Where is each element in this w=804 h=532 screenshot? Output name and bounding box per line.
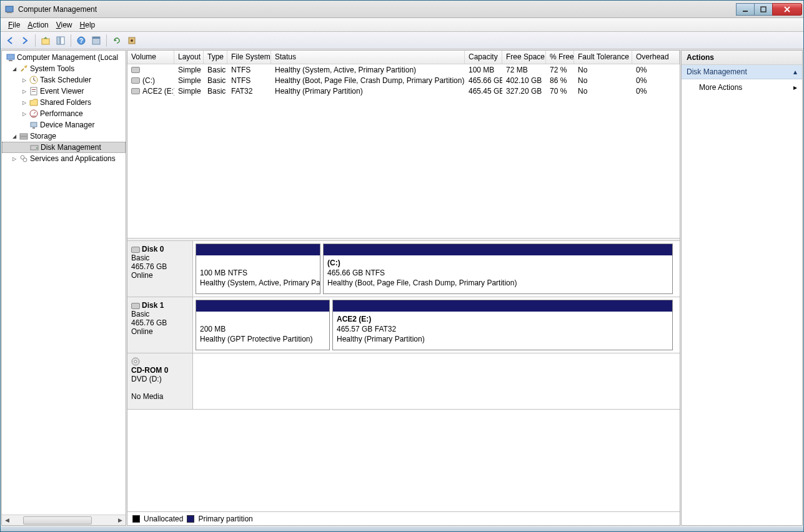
volume-list-header[interactable]: Volume Layout Type File System Status Ca… [127, 51, 680, 64]
disk-partitions: 200 MBHealthy (GPT Protective Partition)… [193, 297, 680, 353]
tree-storage[interactable]: ◢ Storage [2, 131, 126, 142]
titlebar[interactable]: Computer Management [1, 1, 803, 18]
svg-rect-13 [7, 54, 14, 59]
expand-icon[interactable]: ▷ [21, 88, 27, 95]
svg-point-12 [131, 39, 133, 42]
svg-rect-10 [92, 37, 100, 39]
expand-icon[interactable]: ▷ [21, 77, 27, 84]
maximize-button[interactable] [754, 3, 773, 16]
col-overhead[interactable]: Overhead [632, 51, 680, 64]
computer-icon [6, 52, 16, 62]
forward-button[interactable] [18, 34, 32, 47]
volume-row[interactable]: SimpleBasicNTFSHealthy (System, Active, … [127, 64, 680, 75]
disk-row[interactable]: Disk 1Basic465.76 GBOnline 200 MBHealthy… [127, 297, 680, 353]
scroll-right-icon[interactable]: ▶ [115, 516, 126, 525]
minimize-button[interactable] [736, 3, 755, 16]
menu-view[interactable]: View [52, 19, 76, 31]
disk-info: Disk 0Basic465.76 GBOnline [127, 241, 193, 297]
settings-button[interactable] [125, 34, 139, 47]
svg-rect-18 [32, 89, 36, 90]
disk-row[interactable]: CD-ROM 0DVD (D:)No Media [127, 353, 680, 410]
tree-root-label: Computer Management (Local [17, 53, 118, 62]
up-button[interactable] [39, 34, 52, 47]
col-status[interactable]: Status [271, 51, 465, 64]
app-icon [4, 4, 14, 14]
col-capacity[interactable]: Capacity [465, 51, 502, 64]
col-type[interactable]: Type [204, 51, 227, 64]
svg-point-15 [24, 66, 27, 68]
col-volume[interactable]: Volume [127, 51, 174, 64]
drive-icon [131, 77, 140, 84]
volume-list[interactable]: Volume Layout Type File System Status Ca… [127, 51, 680, 238]
tree-label: Performance [40, 109, 83, 118]
menu-help[interactable]: Help [76, 19, 99, 31]
frame-bottom [1, 526, 803, 531]
close-button[interactable] [772, 3, 802, 16]
refresh-button[interactable] [110, 34, 124, 47]
partition-bar [333, 300, 672, 312]
svg-rect-2 [743, 11, 748, 12]
tree-system-tools[interactable]: ◢ System Tools [2, 63, 126, 74]
tree-performance[interactable]: ▷ Performance [2, 108, 126, 119]
disk-map[interactable]: Disk 0Basic465.76 GBOnline 100 MB NTFSHe… [127, 241, 680, 511]
drive-icon [131, 67, 140, 73]
back-button[interactable] [3, 34, 17, 47]
col-layout[interactable]: Layout [174, 51, 204, 64]
show-hide-button[interactable] [54, 34, 67, 47]
svg-rect-14 [9, 60, 12, 61]
partition[interactable]: (C:)465.66 GB NTFSHealthy (Boot, Page Fi… [323, 244, 673, 294]
scroll-thumb[interactable] [23, 516, 92, 525]
tree-pane[interactable]: Computer Management (Local ◢ System Tool… [1, 50, 126, 526]
svg-rect-22 [32, 127, 35, 129]
col-pctfree[interactable]: % Free [546, 51, 574, 64]
tree-device-manager[interactable]: Device Manager [2, 119, 126, 131]
svg-point-30 [134, 360, 137, 363]
tree-task-scheduler[interactable]: ▷ Task Scheduler [2, 74, 126, 86]
help-button[interactable]: ? [74, 34, 88, 47]
svg-rect-0 [6, 6, 13, 12]
volume-row[interactable]: ACE2 (E:)SimpleBasicFAT32Healthy (Primar… [127, 86, 680, 96]
tree-label: System Tools [30, 64, 74, 73]
expand-icon[interactable]: ▷ [11, 155, 17, 162]
scroll-left-icon[interactable]: ◀ [2, 516, 12, 525]
svg-rect-5 [57, 37, 60, 44]
col-filesystem[interactable]: File System [227, 51, 271, 64]
partition[interactable]: 100 MB NTFSHealthy (System, Active, Prim… [196, 244, 320, 294]
device-icon [29, 120, 39, 130]
tree-label: Device Manager [40, 121, 94, 129]
volume-row[interactable]: (C:)SimpleBasicNTFSHealthy (Boot, Page F… [127, 75, 680, 86]
tree-disk-management[interactable]: Disk Management [2, 142, 126, 153]
tree-label: Task Scheduler [40, 76, 91, 84]
svg-rect-19 [32, 91, 36, 92]
collapse-icon[interactable]: ◢ [11, 66, 17, 72]
tree-services[interactable]: ▷ Services and Applications [2, 153, 126, 164]
view-settings-button[interactable] [89, 34, 103, 47]
tree-scrollbar[interactable]: ◀ ▶ [2, 515, 126, 525]
drive-icon [131, 88, 140, 94]
legend: Unallocated Primary partition [127, 511, 680, 525]
disk-row[interactable]: Disk 0Basic465.76 GBOnline 100 MB NTFSHe… [127, 241, 680, 297]
menu-action[interactable]: Action [24, 19, 52, 31]
partition[interactable]: ACE2 (E:)465.57 GB FAT32Healthy (Primary… [332, 300, 673, 350]
svg-text:?: ? [79, 37, 83, 44]
partition-bar [196, 300, 329, 312]
svg-rect-6 [61, 37, 64, 44]
actions-section[interactable]: Disk Management ▴ [682, 65, 802, 79]
collapse-icon[interactable]: ◢ [11, 133, 17, 140]
services-icon [19, 154, 29, 164]
menu-file[interactable]: File [4, 19, 24, 31]
main-area: Computer Management (Local ◢ System Tool… [1, 49, 803, 526]
tree-event-viewer[interactable]: ▷ Event Viewer [2, 86, 126, 97]
partition[interactable]: 200 MBHealthy (GPT Protective Partition) [196, 300, 330, 350]
col-freespace[interactable]: Free Space [502, 51, 546, 64]
expand-icon[interactable]: ▷ [21, 99, 27, 106]
expand-icon[interactable]: ▷ [21, 111, 27, 117]
actions-more-label: More Actions [699, 83, 742, 92]
col-fault[interactable]: Fault Tolerance [574, 51, 632, 64]
tree-root[interactable]: Computer Management (Local [2, 52, 126, 63]
actions-more[interactable]: More Actions ▸ [682, 79, 802, 96]
partition-bar [196, 244, 320, 255]
tree-shared-folders[interactable]: ▷ Shared Folders [2, 97, 126, 108]
collapse-up-icon: ▴ [793, 67, 797, 76]
folder-icon [29, 97, 39, 107]
